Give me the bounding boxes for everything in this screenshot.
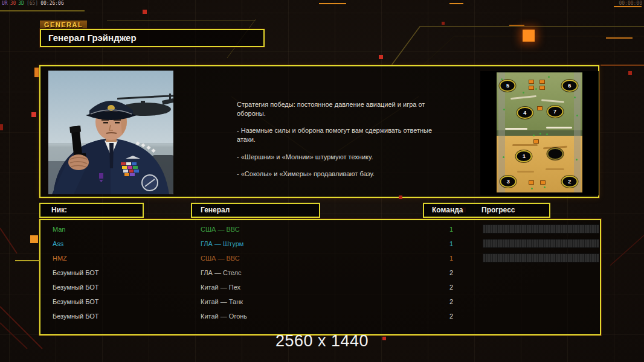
general-title: Генерал Грэйнджер xyxy=(40,29,265,47)
decor-square xyxy=(31,112,36,117)
map-start-position-6: 6 xyxy=(561,80,578,92)
decor-line xyxy=(107,20,256,21)
player-general: Китай — Танк xyxy=(201,294,243,309)
decor-line xyxy=(15,260,40,261)
decor-line xyxy=(509,25,524,26)
briefing-paragraph: Стратегия победы: постоянное давление ав… xyxy=(237,100,441,118)
decor-line xyxy=(0,10,85,11)
loading-progress-bar xyxy=(483,253,599,262)
player-team: 1 xyxy=(444,222,459,237)
briefing-paragraph: - «Шершни» и «Молнии» штурмуют технику. xyxy=(237,153,441,162)
decor-square xyxy=(442,22,445,25)
column-header-progress: Прогресс xyxy=(481,204,515,217)
player-nick: HMZ xyxy=(53,251,67,265)
player-nick: Безумный БОТ xyxy=(53,265,99,280)
player-team: 2 xyxy=(444,280,459,294)
player-team: 2 xyxy=(444,265,459,280)
player-row: Безумный БОТГЛА — Стелс2 xyxy=(40,265,600,280)
decor-square xyxy=(30,235,38,243)
decor-square xyxy=(143,10,147,14)
loading-progress-bar xyxy=(483,239,599,248)
player-row: ManСША — ВВС1 xyxy=(40,222,600,237)
decor-square xyxy=(628,71,632,75)
player-nick: Безумный БОТ xyxy=(53,309,99,323)
fps-overlay-part: 00:26:06 xyxy=(40,1,64,6)
fps-overlay-part: [65] xyxy=(27,1,38,6)
decor-line xyxy=(606,37,633,39)
player-general: ГЛА — Стелс xyxy=(201,265,242,280)
general-portrait xyxy=(48,71,173,194)
player-general: Китай — Огонь xyxy=(201,309,247,323)
map-start-position-empty xyxy=(547,148,563,160)
player-general: США — ВВС xyxy=(201,222,240,237)
player-team: 2 xyxy=(444,294,459,309)
player-row: Безумный БОТКитай — Танк2 xyxy=(40,294,600,309)
game-loading-screen: UR303D[65]00:26:06 00:00:00 GENERAL Гене… xyxy=(0,0,644,362)
column-header-general: Генерал xyxy=(191,203,320,218)
briefing-panel: Стратегия победы: постоянное давление ав… xyxy=(39,65,599,198)
column-header-team: Команда xyxy=(432,204,463,217)
column-header-nick: Ник: xyxy=(39,203,144,218)
decor-line xyxy=(319,3,346,4)
player-nick: Ass xyxy=(53,237,63,251)
briefing-paragraph: - «Соколы» и «Химеры» продавливают базу. xyxy=(237,170,441,179)
map-terrain: 5647132 xyxy=(497,72,582,192)
map-start-position-7: 7 xyxy=(547,106,563,118)
player-general: США — ВВС xyxy=(201,251,240,265)
decor-line xyxy=(449,3,463,4)
fps-overlay-part: 30 xyxy=(10,1,16,6)
player-team: 1 xyxy=(444,237,459,251)
decor-square xyxy=(34,68,39,77)
map-start-position-2: 2 xyxy=(561,176,578,188)
decor-square xyxy=(0,124,3,130)
player-row: Безумный БОТКитай — Огонь2 xyxy=(40,309,600,323)
map-start-position-3: 3 xyxy=(500,176,517,188)
resolution-label: 2560 x 1440 xyxy=(0,332,644,351)
player-team: 1 xyxy=(444,251,459,265)
player-nick: Безумный БОТ xyxy=(53,294,99,309)
player-row: HMZСША — ВВС1 xyxy=(40,251,600,265)
decor-square xyxy=(399,195,402,199)
briefing-paragraph: - Наземные силы и оборона помогут вам сд… xyxy=(237,126,441,144)
fps-overlay-part: 3D xyxy=(18,1,24,6)
decor-square xyxy=(379,55,383,59)
game-timer: 00:00:00 xyxy=(619,1,642,6)
player-nick: Безумный БОТ xyxy=(53,280,99,294)
decor-line xyxy=(601,65,644,66)
map-start-position-4: 4 xyxy=(517,107,533,119)
loading-progress-bar xyxy=(483,224,599,233)
map-start-position-5: 5 xyxy=(500,80,516,92)
player-row: AssГЛА — Штурм1 xyxy=(40,237,600,251)
map-road-right xyxy=(574,72,581,192)
decor-line xyxy=(614,6,642,7)
column-header-team-progress: Команда Прогресс xyxy=(423,203,550,218)
player-general: ГЛА — Штурм xyxy=(201,237,243,251)
player-nick: Man xyxy=(53,222,65,237)
fps-overlay-part: UR xyxy=(2,1,8,6)
strategy-briefing: Стратегия победы: постоянное давление ав… xyxy=(237,100,441,187)
player-list: ManСША — ВВС1AssГЛА — Штурм1HMZСША — ВВС… xyxy=(39,219,601,335)
player-general: Китай — Пех xyxy=(201,280,240,294)
map-start-position-1: 1 xyxy=(516,150,532,162)
map-preview: 5647132 xyxy=(480,71,599,195)
decor-square xyxy=(523,30,535,42)
fps-overlay: UR303D[65]00:26:06 xyxy=(2,1,66,6)
player-row: Безумный БОТКитай — Пех2 xyxy=(40,280,600,294)
player-team: 2 xyxy=(444,309,459,323)
general-tab-label: GENERAL xyxy=(40,21,87,29)
